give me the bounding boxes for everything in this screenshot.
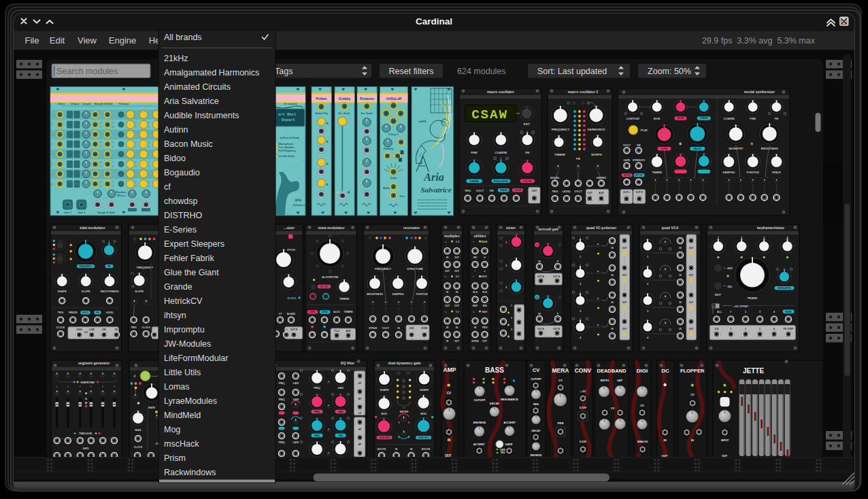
svg-text:CLOCK: CLOCK [141, 326, 150, 329]
svg-text:DAMPING: DAMPING [393, 293, 404, 296]
svg-text:29.9 fps 3.3% avg 5.3% max: 29.9 fps 3.3% avg 5.3% max [702, 36, 816, 46]
svg-text:FM: FM [490, 190, 493, 192]
svg-text:modal synthesizer: modal synthesizer [744, 90, 775, 94]
svg-text:quad VC-polarizer: quad VC-polarizer [586, 226, 616, 230]
svg-text:0-10V: 0-10V [580, 407, 587, 409]
svg-text:GAIN: GAIN [338, 434, 343, 437]
svg-text:METER: METER [400, 411, 409, 413]
svg-text:COARSE: COARSE [724, 118, 735, 120]
svg-text:IN: IN [395, 448, 398, 451]
svg-text:FREQUENCY: FREQUENCY [552, 128, 569, 131]
svg-text:SIGN: SIGN [481, 241, 487, 243]
svg-text:LEVEL: LEVEL [106, 311, 114, 314]
svg-text:Amalgamated Harmonics: Amalgamated Harmonics [164, 68, 259, 78]
svg-text:FINE: FINE [471, 151, 478, 154]
svg-text:Salvatrice: Salvatrice [293, 203, 306, 207]
svg-text:FREQ: FREQ [314, 434, 320, 437]
svg-text:quad VCA: quad VCA [662, 226, 679, 230]
svg-text:UnDuLaR: UnDuLaR [386, 97, 402, 101]
svg-text:SHAPE: SHAPE [380, 389, 389, 392]
svg-text:ENVMOD: ENVMOD [473, 421, 486, 424]
svg-text:LOGIC: LOGIC [480, 275, 488, 278]
svg-text:Salvatrice: Salvatrice [420, 186, 451, 194]
svg-text:Aria: Aria [423, 171, 444, 183]
svg-text:2: 2 [745, 328, 746, 330]
svg-text:OUT: OUT [454, 256, 460, 259]
svg-text:3: 3 [759, 328, 761, 330]
svg-text:GATE: GATE [624, 159, 631, 162]
svg-text:Output: Output [71, 103, 80, 105]
svg-text:COLOR: COLOR [514, 189, 522, 192]
svg-text:Ext. Scale: Ext. Scale [361, 112, 373, 115]
svg-text:ALGO: ALGO [333, 311, 340, 313]
svg-text:IN: IN [446, 291, 449, 294]
svg-text:V/OCT: V/OCT [82, 311, 88, 314]
svg-text:BOW: BOW [654, 118, 661, 120]
svg-text:View: View [78, 35, 97, 46]
svg-text:2: 2 [745, 311, 746, 313]
svg-text:CV: CV [447, 392, 451, 395]
svg-text:STRIKE: STRIKE [700, 117, 707, 120]
svg-text:V/OCT: V/OCT [476, 190, 484, 192]
svg-text:Fortuna: Fortuna [119, 103, 129, 105]
svg-text:STRUCTURE: STRUCTURE [407, 268, 423, 271]
svg-text:TIMBRE: TIMBRE [554, 153, 565, 156]
svg-text:TIMBRE: TIMBRE [339, 298, 350, 300]
svg-text:FM: FM [107, 265, 111, 268]
svg-text:BP: BP [358, 443, 362, 446]
svg-text:PAUSE: PAUSE [785, 311, 792, 313]
svg-text:Engine: Engine [109, 35, 136, 46]
svg-text:Zoom: Zoom [390, 177, 397, 179]
svg-text:cf: cf [164, 182, 171, 192]
svg-text:OUT: OUT [622, 301, 627, 304]
svg-text:IN: IN [456, 291, 458, 294]
svg-text:IN: IN [474, 326, 477, 329]
svg-text:CUTOFF: CUTOFF [531, 378, 541, 381]
svg-text:RES: RES [533, 403, 539, 406]
svg-text:multiples: multiples [444, 234, 460, 238]
svg-text:LEVEL: LEVEL [563, 190, 571, 193]
svg-text:1: 1 [730, 311, 731, 313]
svg-text:OUT: OUT [622, 328, 627, 330]
svg-text:GATE: GATE [82, 447, 89, 450]
svg-text:Sort: Last updated: Sort: Last updated [537, 67, 607, 76]
svg-text:1/16: 1/16 [714, 328, 718, 330]
svg-text:DECAY: DECAY [490, 402, 499, 405]
svg-text:8: 8 [52, 182, 54, 186]
svg-text:OUT: OUT [689, 274, 694, 277]
svg-text:ACCENT: ACCENT [503, 421, 516, 424]
svg-text:Bidoo: Bidoo [164, 154, 186, 163]
svg-text:MOD: MOD [420, 413, 427, 415]
svg-text:Rackwindows: Rackwindows [164, 468, 216, 477]
svg-text:PLAY: PLAY [641, 128, 648, 132]
svg-text:EXIT: EXIT [524, 122, 531, 126]
svg-text:OUT: OUT [482, 340, 488, 343]
svg-text:STRENGTH: STRENGTH [633, 159, 646, 162]
svg-text:WIDTH: WIDTH [601, 379, 610, 382]
svg-text:OUT: OUT [689, 301, 694, 304]
svg-text:GAIN: GAIN [337, 387, 344, 390]
svg-text:CLOCK: CLOCK [56, 326, 65, 329]
svg-text:1: 1 [730, 328, 731, 330]
svg-text:GAIN: GAIN [293, 382, 299, 385]
svg-text:Gate 2: Gate 2 [78, 211, 85, 214]
svg-text:HARMONICS: HARMONICS [588, 128, 605, 131]
svg-text:doN'K: doN'K [418, 120, 427, 123]
svg-text:V/OCT: V/OCT [382, 327, 390, 330]
svg-text:POSITION: POSITION [416, 293, 428, 296]
svg-text:IN: IN [691, 438, 694, 442]
svg-text:TIMBRE: TIMBRE [469, 180, 479, 183]
svg-text:OUT: OUT [689, 328, 694, 330]
svg-text:EXCITE: EXCITE [378, 448, 386, 451]
svg-text:IN: IN [611, 274, 614, 277]
svg-text:Reset filters: Reset filters [389, 67, 434, 76]
svg-text:3: 3 [511, 328, 512, 331]
svg-text:GAIN: GAIN [293, 398, 299, 401]
svg-text:OUT L: OUT L [623, 191, 630, 194]
svg-text:ENVMOD: ENVMOD [531, 454, 542, 457]
svg-text:BASS: BASS [485, 366, 504, 374]
svg-text:3: 3 [52, 133, 54, 137]
svg-text:OUT: OUT [622, 247, 627, 250]
svg-text:21kHz: 21kHz [164, 54, 188, 63]
svg-text:COLOR: COLOR [523, 180, 532, 183]
